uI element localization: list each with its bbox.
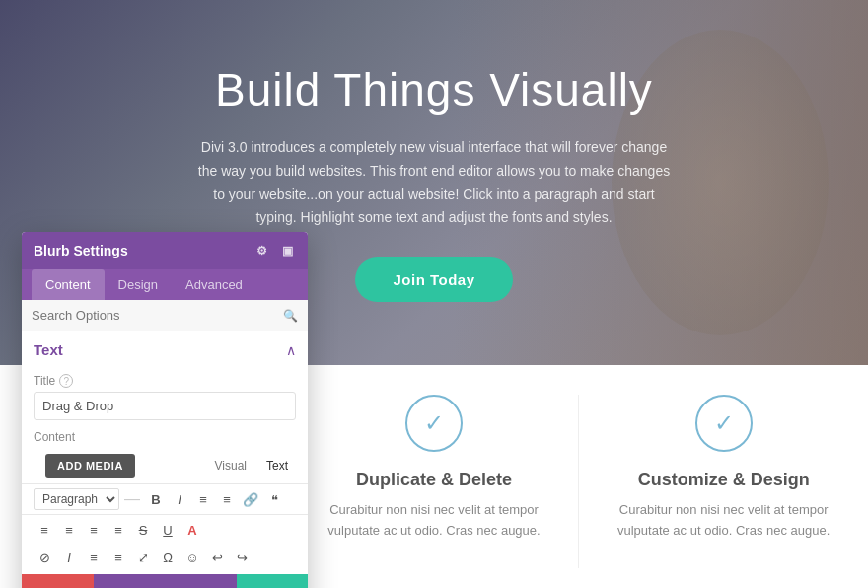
feature-duplicate-delete: ✓ Duplicate & Delete Curabitur non nisi … <box>290 395 580 568</box>
strikethrough-button[interactable]: S <box>132 519 154 541</box>
panel-body: Text ∧ Title ? Content ADD MEDIA Visual … <box>22 331 308 574</box>
indent-button[interactable]: I <box>58 547 80 568</box>
link-button[interactable]: 🔗 <box>240 488 261 510</box>
align-right-button[interactable]: ≡ <box>83 519 105 541</box>
editor-toolbar-row3: ⊘ I ≡ ≡ ⤢ Ω ☺ ↩ ↪ <box>22 545 308 574</box>
duplicate-delete-check-icon: ✓ <box>405 395 463 452</box>
duplicate-delete-title: Duplicate & Delete <box>356 470 512 490</box>
list-ol-button[interactable]: ≡ <box>216 488 238 510</box>
panel-header: Blurb Settings ⚙ ▣ <box>22 232 308 269</box>
join-today-button[interactable]: Join Today <box>355 257 512 302</box>
editor-tab-visual[interactable]: Visual <box>207 456 254 476</box>
align-center-button[interactable]: ≡ <box>58 519 80 541</box>
title-input[interactable] <box>34 392 296 420</box>
hero-subtitle: Divi 3.0 introduces a completely new vis… <box>197 136 671 230</box>
save-button[interactable]: ✓ <box>237 574 309 588</box>
panel-footer: ✕ ↺ ↻ ✓ <box>22 574 308 588</box>
tab-design[interactable]: Design <box>105 269 172 300</box>
title-field-label: Title ? <box>34 374 296 388</box>
customize-design-title: Customize & Design <box>638 470 810 490</box>
ltr-button[interactable]: ≡ <box>83 547 105 568</box>
italic-button[interactable]: I <box>169 488 190 510</box>
paragraph-select[interactable]: Paragraph <box>34 488 119 510</box>
fullscreen-button[interactable]: ⤢ <box>132 547 154 568</box>
hero-title: Build Things Visually <box>197 63 671 116</box>
search-input[interactable] <box>32 308 283 323</box>
editor-toolbar-row2: ≡ ≡ ≡ ≡ S U A <box>22 515 308 545</box>
text-color-button[interactable]: A <box>181 519 203 541</box>
blockquote-button[interactable]: ❝ <box>263 488 285 510</box>
editor-toolbar-row1: Paragraph — B I ≡ ≡ 🔗 ❝ <box>22 483 308 515</box>
bold-button[interactable]: B <box>145 488 167 510</box>
special-char-button[interactable]: Ω <box>157 547 179 568</box>
duplicate-delete-desc: Curabitur non nisi nec velit at tempor v… <box>320 500 549 542</box>
customize-design-desc: Curabitur non nisi nec velit at tempor v… <box>609 500 838 542</box>
redo-editor-button[interactable]: ↪ <box>231 547 253 568</box>
title-field: Title ? <box>22 368 308 426</box>
cancel-button[interactable]: ✕ <box>22 574 94 588</box>
undo-button[interactable]: ↺ <box>94 574 166 588</box>
tab-advanced[interactable]: Advanced <box>172 269 256 300</box>
panel-header-icons: ⚙ ▣ <box>253 242 296 259</box>
panel-settings-icon[interactable]: ⚙ <box>253 242 270 259</box>
title-help-icon[interactable]: ? <box>59 374 73 388</box>
section-collapse-icon: ∧ <box>286 342 296 358</box>
rtl-button[interactable]: ≡ <box>108 547 129 568</box>
content-label: Content <box>22 426 308 446</box>
text-section-header[interactable]: Text ∧ <box>22 331 308 368</box>
feature-customize-design: ✓ Customize & Design Curabitur non nisi … <box>579 395 868 568</box>
blurb-settings-panel: Blurb Settings ⚙ ▣ Content Design Advanc… <box>22 232 308 588</box>
underline-button[interactable]: U <box>157 519 179 541</box>
panel-title: Blurb Settings <box>34 243 128 258</box>
customize-design-check-icon: ✓ <box>695 395 753 452</box>
align-left-button[interactable]: ≡ <box>34 519 55 541</box>
align-justify-button[interactable]: ≡ <box>108 519 129 541</box>
editor-tabs: Visual Text <box>207 456 296 476</box>
editor-tab-text[interactable]: Text <box>258 456 296 476</box>
paste-button[interactable]: ⊘ <box>34 547 55 568</box>
redo-button[interactable]: ↻ <box>165 574 237 588</box>
search-bar: 🔍 <box>22 300 308 331</box>
add-media-button[interactable]: ADD MEDIA <box>45 454 135 478</box>
text-section-title: Text <box>34 341 63 358</box>
panel-close-icon[interactable]: ▣ <box>278 242 296 259</box>
panel-tabs: Content Design Advanced <box>22 269 308 300</box>
search-icon: 🔍 <box>283 309 298 323</box>
undo-editor-button[interactable]: ↩ <box>206 547 228 568</box>
tab-content[interactable]: Content <box>32 269 105 300</box>
emoji-button[interactable]: ☺ <box>181 547 203 568</box>
list-ul-button[interactable]: ≡ <box>192 488 214 510</box>
